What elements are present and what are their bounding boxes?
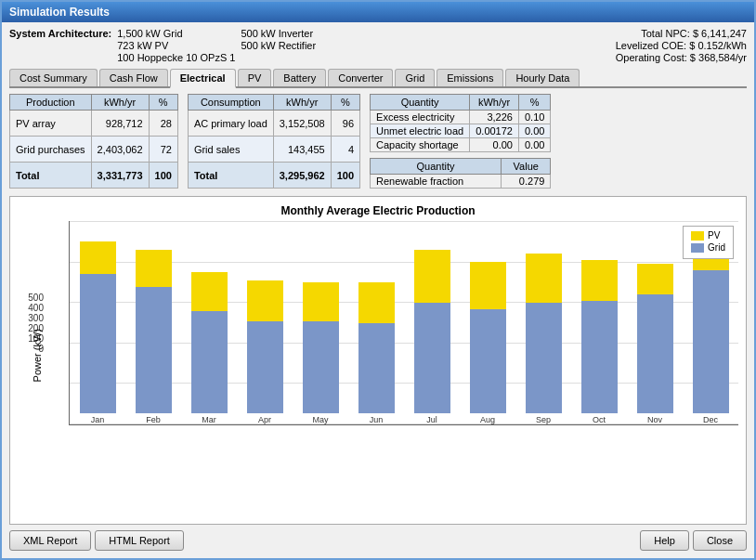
tab-cost-summary[interactable]: Cost Summary <box>9 69 98 86</box>
bar-group: Nov <box>627 221 683 424</box>
table-row-total: Total 3,295,962 100 <box>188 163 359 189</box>
bar-month-label: Dec <box>703 415 718 424</box>
tab-converter[interactable]: Converter <box>328 69 393 86</box>
total-npc: Total NPC: $ 6,141,247 <box>616 28 747 39</box>
tab-cash-flow[interactable]: Cash Flow <box>99 69 168 86</box>
prod-total-pct: 100 <box>149 163 177 189</box>
ren-row1-value: 0.279 <box>502 175 551 189</box>
legend-item-pv: PV <box>691 230 725 241</box>
cons-total-name: Total <box>188 163 273 189</box>
bar-pv <box>526 254 562 303</box>
operating-cost: Operating Cost: $ 368,584/yr <box>616 52 747 63</box>
qty-row2-name: Unmet electric load <box>371 124 470 138</box>
table-row: PV array 928,712 28 <box>10 111 178 137</box>
table-row: Grid purchases 2,403,062 72 <box>10 137 178 163</box>
footer-right: Help Close <box>640 530 747 551</box>
prod-row1-kwh: 928,712 <box>91 111 149 137</box>
prod-total-name: Total <box>10 163 92 189</box>
simulation-results-window: Simulation Results System Architecture: … <box>0 0 756 560</box>
arch-col2: 500 kW Inverter 500 kW Rectifier <box>241 28 316 63</box>
legend-label-pv: PV <box>708 230 720 241</box>
cons-row1-name: AC primary load <box>188 111 273 137</box>
footer-left: XML Report HTML Report <box>9 530 184 551</box>
bar-grid <box>693 270 729 413</box>
arch-label: System Architecture: <box>9 28 111 63</box>
qty-header-3: % <box>518 95 550 111</box>
bar-month-label: Sep <box>536 415 551 424</box>
cons-header-1: Consumption <box>188 95 273 111</box>
bar-grid <box>581 301 618 413</box>
cons-total-pct: 100 <box>331 163 359 189</box>
bar-grid <box>80 274 116 413</box>
qty-header-1: Quantity <box>371 95 470 111</box>
table-row: Grid sales 143,455 4 <box>188 137 359 163</box>
chart-title: Monthly Average Electric Production <box>18 204 738 217</box>
y-axis-label: Power (kW) <box>32 329 43 382</box>
bar-month-label: Jan <box>91 415 105 424</box>
table-row: Unmet electric load 0.00172 0.00 <box>371 124 551 138</box>
tab-electrical[interactable]: Electrical <box>170 69 236 88</box>
tab-emissions[interactable]: Emissions <box>437 69 503 86</box>
arch-item-4: 500 kW Inverter <box>241 28 316 39</box>
op-label: Operating Cost: <box>616 52 687 63</box>
bar-group: Apr <box>237 221 293 424</box>
bar-pv <box>191 272 228 311</box>
y-axis-wrapper: Power (kW) 500 400 300 200 100 0 <box>18 221 69 425</box>
bar-stack <box>136 250 172 413</box>
bar-grid <box>358 323 395 413</box>
levelized-coe: Levelized COE: $ 0.152/kWh <box>616 40 747 51</box>
tab-grid[interactable]: Grid <box>395 69 435 86</box>
bar-group: Jan <box>70 221 125 424</box>
npc-label: Total NPC: <box>641 28 690 39</box>
xml-report-button[interactable]: XML Report <box>9 530 91 551</box>
cons-row2-name: Grid sales <box>188 137 273 163</box>
bar-grid <box>637 294 673 413</box>
tab-hourly-data[interactable]: Hourly Data <box>505 69 580 86</box>
arch-item-3: 100 Hoppecke 10 OPzS 1 <box>117 52 235 63</box>
table-row-total: Total 3,331,773 100 <box>10 163 178 189</box>
qty-row3-kwh: 0.00 <box>470 138 519 152</box>
tab-pv[interactable]: PV <box>238 69 272 86</box>
renewable-table: Quantity Value Renewable fraction 0.279 <box>370 158 551 189</box>
bar-stack <box>693 243 729 413</box>
bar-month-label: Oct <box>593 415 606 424</box>
bar-month-label: Aug <box>480 415 495 424</box>
tab-battery[interactable]: Battery <box>273 69 326 86</box>
bar-grid <box>526 303 562 413</box>
prod-row2-pct: 72 <box>149 137 177 163</box>
bar-group: Aug <box>460 221 515 424</box>
bar-pv <box>358 282 395 323</box>
cons-total-kwh: 3,295,962 <box>273 163 331 189</box>
cons-row1-kwh: 3,152,508 <box>273 111 331 137</box>
close-button[interactable]: Close <box>693 530 747 551</box>
npc-value: $ 6,141,247 <box>693 28 747 39</box>
legend-label-grid: Grid <box>708 242 725 253</box>
coe-value: $ 0.152/kWh <box>689 40 747 51</box>
bar-stack <box>637 264 673 413</box>
help-button[interactable]: Help <box>640 530 689 551</box>
prod-row1-name: PV array <box>10 111 92 137</box>
bar-stack <box>414 250 450 413</box>
prod-header-1: Production <box>10 95 92 111</box>
bar-grid <box>136 287 172 413</box>
bar-pv <box>247 280 283 321</box>
table-row: AC primary load 3,152,508 96 <box>188 111 359 137</box>
qty-row1-pct: 0.10 <box>518 111 550 124</box>
qty-row2-pct: 0.00 <box>518 124 550 138</box>
tab-bar: Cost Summary Cash Flow Electrical PV Bat… <box>9 69 747 88</box>
y-tick: 300 <box>28 313 44 323</box>
cons-header-2: kWh/yr <box>273 95 331 111</box>
bar-group: Sep <box>515 221 571 424</box>
coe-label: Levelized COE: <box>616 40 686 51</box>
production-table: Production kWh/yr % PV array 928,712 28 … <box>9 94 178 189</box>
html-report-button[interactable]: HTML Report <box>95 530 184 551</box>
arch-item-2: 723 kW PV <box>117 40 235 51</box>
bar-group: May <box>293 221 348 424</box>
bar-grid <box>191 311 228 413</box>
table-row: Renewable fraction 0.279 <box>371 175 551 189</box>
bar-month-label: Jul <box>426 415 437 424</box>
y-tick: 400 <box>28 303 44 313</box>
chart-legend: PV Grid <box>683 226 734 259</box>
bar-group: Feb <box>125 221 181 424</box>
bars-area: JanFebMarAprMayJunJulAugSepOctNovDec <box>69 221 738 425</box>
